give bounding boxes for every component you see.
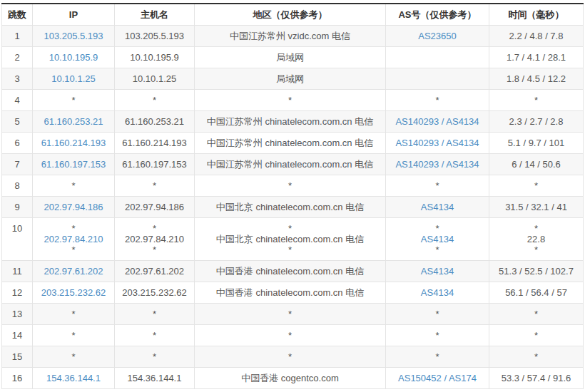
hostname-text: 202.97.84.210 [116, 234, 193, 244]
hostname-text: 61.160.214.193 [116, 138, 193, 148]
ip-link[interactable]: 61.160.253.21 [34, 116, 113, 127]
asn-link[interactable]: AS140293 [395, 159, 439, 170]
asn-placeholder: * [435, 351, 439, 362]
table-row: 10*202.97.84.210**202.97.84.210**中国北京 ch… [2, 218, 584, 261]
latency-text: * [491, 223, 581, 234]
hop-number: 9 [2, 197, 33, 218]
hostname-cell: * [115, 346, 195, 368]
ip-link[interactable]: 61.160.214.193 [34, 138, 113, 148]
region-text: * [196, 244, 384, 255]
asn-line: * [387, 330, 487, 341]
asn-link[interactable]: AS174 [449, 373, 477, 383]
asn-placeholder: * [435, 223, 439, 234]
hostname-cell: 61.160.214.193 [115, 133, 195, 154]
asn-line: AS150452 / AS174 [387, 373, 487, 383]
ip-cell: 10.10.1.25 [33, 68, 115, 90]
ip-placeholder: * [34, 95, 113, 105]
asn-cell: AS140293 / AS4134 [386, 133, 489, 154]
region-cell: * [195, 346, 386, 368]
hostname-text: 10.10.1.25 [116, 73, 193, 84]
asn-link[interactable]: AS23650 [418, 31, 457, 41]
region-text: * [196, 309, 384, 319]
latency-cell: * [489, 90, 584, 111]
hop-number: 4 [2, 90, 33, 111]
ip-link[interactable]: 103.205.5.193 [34, 31, 113, 41]
region-text: * [196, 351, 384, 362]
hostname-cell: * [115, 325, 195, 346]
latency-cell: 53.3 / 57.4 / 91.6 [489, 368, 584, 389]
latency-cell: 6 / 14 / 50.6 [489, 154, 584, 175]
region-text: 中国北京 chinatelecom.com.cn 电信 [196, 234, 384, 244]
region-text: 中国江苏常州 chinatelecom.com.cn 电信 [196, 159, 384, 170]
asn-link[interactable]: AS140293 [395, 116, 439, 127]
table-row: 12203.215.232.62203.215.232.62中国香港 china… [2, 282, 584, 304]
ip-link[interactable]: 202.97.61.202 [34, 266, 113, 277]
latency-cell: *22.8* [489, 218, 584, 261]
region-text: * [196, 330, 384, 341]
latency-text: * [491, 95, 581, 105]
latency-text: 2.3 / 2.7 / 2.8 [491, 116, 581, 127]
ip-link[interactable]: 202.97.94.186 [34, 202, 113, 212]
table-row: 761.160.197.15361.160.197.153中国江苏常州 chin… [2, 154, 584, 175]
hop-number: 8 [2, 175, 33, 197]
asn-line: AS140293 / AS4134 [387, 116, 487, 127]
ip-link[interactable]: 202.97.84.210 [34, 234, 113, 244]
ip-link[interactable]: 154.36.144.1 [34, 373, 113, 383]
region-text: 中国江苏常州 chinatelecom.com.cn 电信 [196, 116, 384, 127]
region-cell: 中国香港 chinatelecom.com.cn 电信 [195, 261, 386, 282]
ip-cell: * [33, 90, 115, 111]
hostname-text: * [116, 95, 193, 105]
table-row: 210.10.195.910.10.195.9局域网1.7 / 4.1 / 28… [2, 47, 584, 68]
hostname-text: 202.97.94.186 [116, 202, 193, 212]
asn-cell: * [386, 325, 489, 346]
region-cell: * [195, 90, 386, 111]
asn-separator: / [442, 373, 449, 383]
asn-link[interactable]: AS4134 [421, 266, 454, 277]
asn-link[interactable]: AS4134 [446, 159, 479, 170]
table-row: 15***** [2, 346, 584, 368]
asn-line: AS4134 [387, 287, 487, 298]
asn-link[interactable]: AS140293 [395, 138, 439, 148]
hop-number: 2 [2, 47, 33, 68]
asn-line: * [387, 351, 487, 362]
table-row: 14***** [2, 325, 584, 346]
latency-text: * [491, 351, 581, 362]
region-text: 中国江苏常州 chinatelecom.com.cn 电信 [196, 138, 384, 148]
hostname-text: * [116, 330, 193, 341]
hop-number: 16 [2, 368, 33, 389]
asn-link[interactable]: AS150452 [398, 373, 442, 383]
asn-line: * [387, 223, 487, 234]
asn-link[interactable]: AS4134 [421, 287, 454, 298]
asn-link[interactable]: AS4134 [421, 202, 454, 212]
ip-placeholder: * [34, 244, 113, 255]
region-text: * [196, 95, 384, 105]
hostname-text: * [116, 309, 193, 319]
latency-cell: 56.1 / 56.4 / 57 [489, 282, 584, 304]
asn-cell: AS4134 [386, 261, 489, 282]
hop-number: 10 [2, 218, 33, 261]
ip-placeholder: * [34, 180, 113, 191]
latency-cell: 1.8 / 4.5 / 12.2 [489, 68, 584, 90]
asn-separator: / [439, 138, 446, 148]
asn-link[interactable]: AS4134 [421, 234, 454, 244]
asn-link[interactable]: AS4134 [446, 116, 479, 127]
hostname-cell: 10.10.1.25 [115, 68, 195, 90]
table-row: 13***** [2, 304, 584, 325]
region-cell: 中国江苏常州 chinatelecom.com.cn 电信 [195, 154, 386, 175]
asn-link[interactable]: AS4134 [446, 138, 479, 148]
hostname-cell: 61.160.253.21 [115, 111, 195, 133]
hostname-cell: 203.215.232.62 [115, 282, 195, 304]
region-text: 局域网 [196, 52, 384, 63]
latency-text: 22.8 [491, 234, 581, 244]
hostname-cell: 154.36.144.1 [115, 368, 195, 389]
ip-link[interactable]: 10.10.1.25 [34, 73, 113, 84]
latency-cell: 31.5 / 32.1 / 41 [489, 197, 584, 218]
ip-link[interactable]: 203.215.232.62 [34, 287, 113, 298]
region-text: 中国香港 chinatelecom.com.cn 电信 [196, 266, 384, 277]
asn-cell: AS4134 [386, 282, 489, 304]
asn-cell [386, 68, 489, 90]
ip-link[interactable]: 61.160.197.153 [34, 159, 113, 170]
hostname-text: * [116, 223, 193, 234]
ip-link[interactable]: 10.10.195.9 [34, 52, 113, 63]
hop-number: 14 [2, 325, 33, 346]
